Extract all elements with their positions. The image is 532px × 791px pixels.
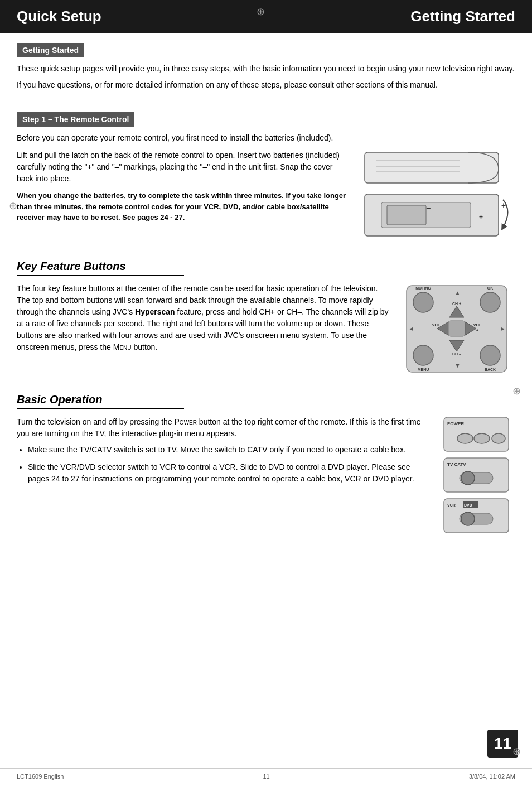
svg-text:OK: OK xyxy=(487,286,494,290)
svg-text:DVD: DVD xyxy=(464,503,472,507)
step1-bold-note: When you change the batteries, try to co… xyxy=(17,190,348,223)
svg-point-42 xyxy=(461,471,475,485)
svg-text:►: ► xyxy=(500,325,506,332)
getting-started-para1: These quick setup pages will provide you… xyxy=(17,63,515,75)
basic-op-text: Turn the television on and off by pressi… xyxy=(17,416,432,538)
compass-icon-top: ⊕ xyxy=(257,6,265,18)
svg-point-12 xyxy=(480,292,500,312)
basic-op-section: Basic Operation Turn the television on a… xyxy=(0,388,532,549)
svg-text:▲: ▲ xyxy=(454,290,461,296)
basic-op-divider xyxy=(17,408,184,409)
remote-center-diagram: MUTING OK MENU BACK CH + xyxy=(404,283,515,377)
getting-started-para2: If you have questions, or for more detai… xyxy=(17,79,515,91)
svg-point-48 xyxy=(461,512,475,525)
svg-text:+: + xyxy=(479,213,483,221)
basic-op-title: Basic Operation xyxy=(17,393,515,406)
svg-rect-23 xyxy=(448,321,465,336)
step1-battery-diagram: + − + xyxy=(359,149,515,243)
basic-op-intro: Turn the television on and off by pressi… xyxy=(17,416,432,440)
step1-para1: Lift and pull the latch on the back of t… xyxy=(17,149,348,185)
basic-op-bullet1: Make sure the TV/CATV switch is set to T… xyxy=(28,444,432,456)
tv-catv-svg: TV CATV xyxy=(443,457,510,493)
svg-text:VOL: VOL xyxy=(432,323,441,327)
svg-point-14 xyxy=(480,345,500,365)
key-feature-text: The four key feature buttons at the cent… xyxy=(17,283,393,377)
svg-point-37 xyxy=(474,433,490,443)
svg-text:+: + xyxy=(476,329,478,332)
footer-left: LCT1609 English xyxy=(17,773,64,780)
getting-started-label: Getting Started xyxy=(17,43,84,57)
header-title-right: Getting Started xyxy=(266,8,515,25)
svg-rect-0 xyxy=(365,152,499,183)
key-feature-title: Key Feature Buttons xyxy=(17,260,515,273)
svg-text:CH –: CH – xyxy=(452,352,461,356)
step1-label: Step 1 – The Remote Control xyxy=(17,112,134,127)
footer-middle: 11 xyxy=(263,773,269,780)
vcr-dvd-svg: VCR DVD xyxy=(443,498,510,534)
svg-text:CH +: CH + xyxy=(452,302,461,306)
svg-text:▼: ▼ xyxy=(454,362,461,369)
basic-op-list: Make sure the TV/CATV switch is set to T… xyxy=(28,444,432,485)
compass-icon-right: ⊕ xyxy=(512,385,521,397)
getting-started-section: Getting Started These quick setup pages … xyxy=(0,43,532,107)
svg-point-11 xyxy=(413,292,433,312)
svg-text:–: – xyxy=(435,329,437,332)
svg-text:VCR: VCR xyxy=(447,503,456,507)
page-header: Quick Setup Getting Started xyxy=(0,0,532,33)
svg-text:◄: ◄ xyxy=(408,325,414,332)
svg-point-38 xyxy=(492,433,505,443)
svg-text:TV  CATV: TV CATV xyxy=(447,462,466,467)
svg-text:MUTING: MUTING xyxy=(415,286,431,290)
hyperscan-label: Hyperscan xyxy=(135,307,175,316)
power-button-svg: POWER xyxy=(443,416,510,452)
menu-label: Menu xyxy=(113,343,132,351)
svg-point-36 xyxy=(457,433,473,443)
svg-text:VOL: VOL xyxy=(473,323,482,327)
remote-buttons-svg: MUTING OK MENU BACK CH + xyxy=(404,283,510,375)
key-feature-para1c: button. xyxy=(132,343,158,351)
battery-svg: + − + xyxy=(359,149,510,242)
svg-text:MENU: MENU xyxy=(418,368,429,372)
basic-op-images: POWER TV CATV VCR xyxy=(443,416,515,538)
svg-point-13 xyxy=(413,345,433,365)
svg-text:BACK: BACK xyxy=(485,368,496,372)
basic-op-bullet2: Slide the VCR/DVD selector switch to VCR… xyxy=(28,461,432,485)
footer-right: 3/8/04, 11:02 AM xyxy=(469,773,515,780)
key-feature-section: Key Feature Buttons The four key feature… xyxy=(0,254,532,388)
compass-icon-left: ⊕ xyxy=(9,200,17,212)
svg-text:−: − xyxy=(426,204,431,213)
compass-icon-bottom: ⊕ xyxy=(512,745,521,758)
page-footer: LCT1609 English 11 3/8/04, 11:02 AM xyxy=(0,768,532,780)
step1-intro: Before you can operate your remote contr… xyxy=(17,132,515,144)
step1-section: Step 1 – The Remote Control Before you c… xyxy=(0,107,532,254)
key-feature-divider xyxy=(17,275,184,276)
svg-text:POWER: POWER xyxy=(447,421,464,426)
header-title-left: Quick Setup xyxy=(17,8,266,25)
svg-rect-6 xyxy=(387,205,426,225)
